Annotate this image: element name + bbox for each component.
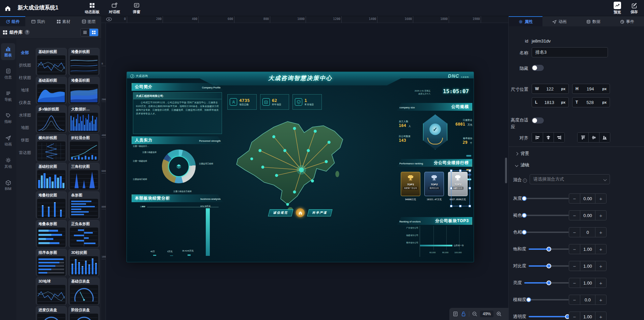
slider-track[interactable] bbox=[529, 265, 569, 267]
align-center-button[interactable] bbox=[543, 133, 554, 142]
decrease-button[interactable]: − bbox=[569, 228, 580, 237]
increase-button[interactable]: + bbox=[595, 228, 606, 237]
zoom-out-icon[interactable] bbox=[472, 311, 477, 317]
home-button[interactable] bbox=[0, 0, 16, 16]
slider-track[interactable] bbox=[529, 248, 569, 250]
name-input[interactable]: 排名3 bbox=[532, 47, 608, 57]
increase-button[interactable]: + bbox=[595, 278, 606, 288]
align-top-button[interactable] bbox=[578, 133, 588, 142]
category-item[interactable]: BIM bbox=[1, 177, 15, 194]
increase-button[interactable]: + bbox=[595, 312, 606, 320]
slider-knob[interactable] bbox=[547, 281, 551, 285]
category-item[interactable]: 信息 bbox=[1, 65, 15, 82]
subcategory-item[interactable]: 柱状图 bbox=[16, 72, 34, 84]
slider-knob[interactable] bbox=[522, 230, 527, 235]
panel-tab[interactable]: 组件 bbox=[0, 16, 25, 26]
blend-select[interactable]: 请选择混合方式 bbox=[530, 174, 610, 184]
left-input[interactable]: L1813px bbox=[532, 97, 569, 107]
hide-toggle[interactable] bbox=[532, 65, 544, 71]
topbar-action-button[interactable]: 保存 bbox=[631, 2, 638, 15]
increase-button[interactable]: + bbox=[595, 194, 606, 203]
panel-tab[interactable]: 素材 bbox=[51, 16, 76, 26]
component-card[interactable]: 折柱混合图 bbox=[68, 134, 100, 161]
topbar-tool-button[interactable]: 对话框 bbox=[104, 2, 125, 15]
selection-box[interactable] bbox=[451, 170, 470, 206]
filter-section[interactable]: 滤镜 bbox=[515, 162, 529, 168]
decrease-button[interactable]: − bbox=[569, 244, 580, 254]
sector-bar-chart[interactable]: 山西省一分 60,000 80,000 100,000 bbox=[420, 226, 471, 257]
slider-track[interactable] bbox=[529, 316, 569, 317]
grid-view-button[interactable] bbox=[89, 29, 98, 36]
category-item[interactable]: 导航 bbox=[1, 88, 15, 105]
decrease-button[interactable]: − bbox=[569, 312, 580, 320]
topbar-action-button[interactable]: 预览 bbox=[614, 2, 621, 15]
company-profile-panel[interactable]: 大成工程咨询有限公司: 公司成立于2003年12月，公司总部位于中国·郑州广发国… bbox=[133, 92, 222, 134]
section-company-profile[interactable]: 公司简介 Company Profile bbox=[132, 83, 223, 91]
increase-button[interactable]: + bbox=[595, 261, 606, 271]
component-card[interactable]: 排序条形图 bbox=[36, 249, 67, 276]
category-item[interactable]: 指标 bbox=[1, 110, 15, 127]
list-view-button[interactable] bbox=[81, 29, 89, 36]
component-card[interactable]: 3D柱状图 bbox=[68, 249, 100, 276]
align-left-button[interactable] bbox=[532, 133, 543, 142]
slider-knob[interactable] bbox=[547, 247, 551, 251]
section-company-size[interactable]: 公司规模 company size bbox=[397, 103, 472, 111]
subcategory-item[interactable]: 地图 bbox=[16, 122, 34, 134]
subcategory-item[interactable]: 水球图 bbox=[16, 109, 34, 122]
topbar-tool-button[interactable]: 动态面板 bbox=[82, 2, 103, 15]
panel-tab[interactable]: 图层 bbox=[76, 16, 101, 26]
slider-track[interactable] bbox=[524, 282, 569, 284]
inspector-tab[interactable]: 数据 bbox=[577, 16, 610, 26]
slider-track[interactable] bbox=[529, 299, 569, 300]
component-card[interactable]: 堆叠折线图 bbox=[68, 48, 100, 75]
component-card[interactable]: 三角柱状图 bbox=[68, 163, 100, 190]
subcategory-item[interactable]: 雷达图 bbox=[16, 146, 34, 159]
decrease-button[interactable]: − bbox=[569, 261, 580, 271]
height-input[interactable]: H194px bbox=[572, 84, 610, 94]
width-input[interactable]: W122px bbox=[532, 84, 569, 94]
inspector-tab[interactable]: 事件 bbox=[610, 16, 644, 26]
unlock-icon[interactable] bbox=[461, 311, 466, 317]
zoom-in-icon[interactable] bbox=[496, 311, 502, 317]
topbar-tool-button[interactable]: 弹窗 bbox=[126, 2, 147, 15]
personnel-donut-chart[interactable]: 注册二级建造师 注册一级建造师 注册咨询工程师 注册二级造价工程师 注册监理工程… bbox=[133, 145, 221, 194]
dashboard-artboard[interactable]: 大成咨询 大成咨询智慧决策中心 DNC 大成咨询 2025-1-01 星期五 农… bbox=[127, 72, 474, 262]
component-card[interactable]: 正负条形图 bbox=[68, 220, 100, 247]
slider-track[interactable] bbox=[524, 215, 569, 216]
component-card[interactable]: 基础柱状图 bbox=[36, 163, 67, 190]
zoom-level[interactable]: 49% bbox=[480, 311, 494, 317]
decrease-button[interactable]: − bbox=[569, 194, 580, 203]
auto-height-toggle[interactable] bbox=[532, 117, 544, 124]
align-middle-button[interactable] bbox=[588, 133, 599, 142]
inspector-tab[interactable]: 动画 bbox=[542, 16, 576, 26]
category-item[interactable]: 其他 bbox=[1, 155, 15, 171]
page-list-icon[interactable] bbox=[453, 311, 458, 317]
section-sector-ranking[interactable]: 分公司板块TOP3 Ranking of sectors bbox=[397, 217, 472, 225]
component-card[interactable]: 条形图 bbox=[68, 191, 100, 219]
component-card[interactable]: 3D地球 bbox=[36, 277, 67, 305]
slider-knob[interactable] bbox=[526, 297, 531, 302]
component-card[interactable]: 堆叠条形图 bbox=[36, 220, 67, 247]
align-bottom-button[interactable] bbox=[599, 133, 610, 142]
subcategory-item[interactable]: 折线图 bbox=[16, 59, 34, 72]
slider-knob[interactable] bbox=[522, 213, 527, 218]
top-input[interactable]: T528px bbox=[572, 97, 610, 107]
canvas-scrollbar[interactable] bbox=[505, 158, 507, 183]
section-business[interactable]: 本部板块经营分析 business analysis bbox=[132, 194, 223, 202]
component-card[interactable]: 基础折线图 bbox=[36, 48, 67, 75]
category-item[interactable]: 动画 bbox=[1, 132, 15, 149]
help-icon[interactable]: ? bbox=[25, 30, 30, 35]
align-right-button[interactable] bbox=[554, 133, 564, 142]
background-section[interactable]: 背景 bbox=[515, 151, 529, 157]
increase-button[interactable]: + bbox=[595, 295, 606, 304]
section-personnel[interactable]: 人员实力 Personnel strength bbox=[132, 136, 223, 144]
subcategory-item[interactable]: 仪表盘 bbox=[16, 97, 34, 109]
component-card[interactable]: 阶段仪表盘 bbox=[68, 306, 100, 320]
category-item[interactable]: 图表 bbox=[1, 43, 15, 60]
panel-tab[interactable]: 我的 bbox=[25, 16, 51, 26]
slider-track[interactable] bbox=[524, 232, 569, 233]
component-card[interactable]: 基础面积图 bbox=[36, 77, 67, 104]
decrease-button[interactable]: − bbox=[569, 211, 580, 220]
component-card[interactable]: 多x轴折线图 bbox=[36, 105, 67, 133]
component-card[interactable]: 堆叠柱状图 bbox=[36, 191, 67, 219]
